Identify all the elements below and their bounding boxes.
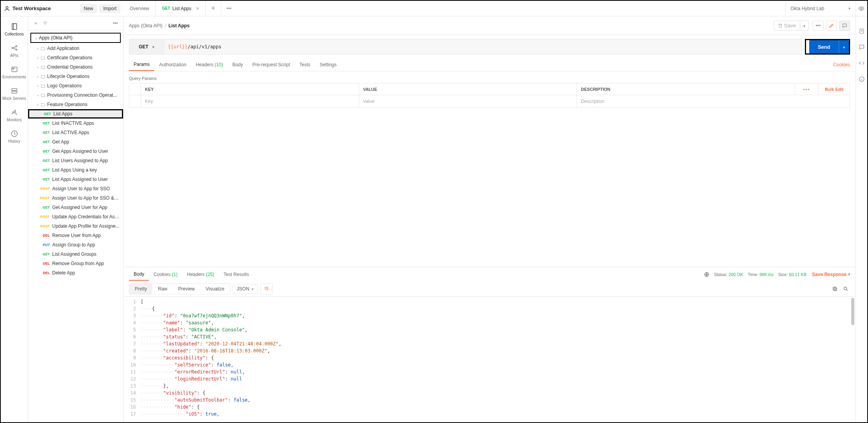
environment-selector[interactable]: Okta Hybrid Lab ▾	[785, 1, 856, 16]
rail-monitors[interactable]: Monitors	[1, 104, 28, 126]
tab-overview[interactable]: Overview	[123, 1, 156, 16]
folder-row[interactable]: ›Provisioning Connection Operat...	[28, 90, 123, 100]
code-icon[interactable]	[859, 60, 865, 67]
request-row[interactable]: DELDelete App	[28, 268, 123, 278]
json-line: 4········"name": "saasure",	[129, 319, 856, 326]
response-body-json[interactable]: 1[2····{3········"id": "0oa7wf7ejnQQ3nWN…	[123, 297, 856, 423]
response-tab-tests[interactable]: Test Results	[219, 269, 254, 280]
request-row[interactable]: DELRemove Group from App	[28, 259, 123, 268]
cookies-link[interactable]: Cookies	[833, 62, 850, 67]
request-row[interactable]: GETGet Assigned User for App	[28, 203, 123, 212]
request-row[interactable]: GETList Apps Assigned to User	[28, 175, 123, 184]
tab-add-button[interactable]: +	[206, 1, 221, 16]
request-row[interactable]: GETGet Apps Assigned to User	[28, 147, 123, 156]
sidebar-filter-icon[interactable]	[41, 19, 50, 28]
response-format-selector[interactable]: JSON▾	[233, 284, 258, 294]
scrollbar-thumb[interactable]	[851, 298, 854, 325]
rail-environments[interactable]: Environments	[1, 62, 28, 83]
rail-apis[interactable]: APIs	[1, 40, 28, 62]
folder-row[interactable]: ›Logo Operations	[28, 81, 123, 90]
view-preview[interactable]: Preview	[173, 284, 200, 294]
request-row[interactable]: GETList INACTIVE Apps	[28, 119, 123, 128]
wrap-lines-icon[interactable]	[260, 283, 273, 295]
request-tab-headers[interactable]: Headers (10)	[191, 59, 228, 71]
view-pretty[interactable]: Pretty	[129, 284, 152, 294]
request-tab-params[interactable]: Params	[129, 58, 154, 71]
copy-response-icon[interactable]	[831, 285, 839, 293]
rail-collections[interactable]: Collections	[1, 19, 28, 40]
main: Apps (Okta API) / List Apps Save ▾ ••• G…	[123, 16, 856, 422]
request-tab-tests[interactable]: Tests	[295, 59, 315, 71]
request-row[interactable]: GETGet App	[28, 137, 123, 147]
close-icon[interactable]: ×	[196, 5, 199, 11]
request-row[interactable]: PUTAssign Group to App	[28, 240, 123, 250]
request-row[interactable]: POSTAssign User to App for SSO & P...	[28, 193, 123, 203]
folder-label: Credential Operations	[47, 64, 93, 70]
request-tab-authorization[interactable]: Authorization	[154, 59, 191, 71]
edit-icon[interactable]	[826, 21, 837, 31]
documentation-icon[interactable]	[859, 28, 865, 35]
request-row[interactable]: GETList ACTIVE Apps	[28, 128, 123, 137]
folder-row[interactable]: ›Certificate Operations	[28, 53, 123, 62]
qp-new-row[interactable]: Key Value Description	[129, 95, 850, 108]
request-more-icon[interactable]: •••	[813, 21, 824, 31]
folder-row[interactable]: ›Lifecycle Operations	[28, 72, 123, 81]
response-tab-cookies[interactable]: Cookies (1)	[149, 269, 182, 280]
view-raw[interactable]: Raw	[152, 284, 173, 294]
sidebar-add-icon[interactable]: +	[31, 19, 41, 28]
request-label: List INACTIVE Apps	[52, 120, 94, 126]
qp-value-input[interactable]: Value	[359, 95, 577, 108]
view-visualize[interactable]: Visualize	[200, 284, 230, 294]
response-tab-headers[interactable]: Headers (25)	[182, 269, 219, 280]
request-row[interactable]: GETList Users Assigned to App	[28, 156, 123, 165]
chevron-right-icon: ›	[35, 84, 41, 88]
save-dropdown[interactable]: ▾	[800, 21, 809, 30]
request-tab-body[interactable]: Body	[228, 59, 247, 71]
sidebar-more-icon[interactable]: •••	[111, 19, 120, 28]
qp-key-input[interactable]: Key	[141, 95, 359, 108]
breadcrumb-parent[interactable]: Apps (Okta API)	[129, 23, 162, 28]
qp-description-input[interactable]: Description	[577, 95, 850, 108]
request-row[interactable]: DELRemove User from App	[28, 231, 123, 240]
workspace-title[interactable]: Test Workspace	[12, 5, 51, 11]
request-tab-settings[interactable]: Settings	[315, 59, 341, 71]
comment-icon[interactable]	[839, 21, 850, 31]
request-row[interactable]: POSTUpdate App Credentials for Ass...	[28, 212, 123, 221]
tab-active-request[interactable]: GET List Apps ×	[156, 1, 206, 16]
rail-mock-servers[interactable]: Mock Servers	[1, 83, 28, 104]
collection-root[interactable]: ⌄ Apps (Okta API)	[30, 33, 121, 43]
folder-row[interactable]: ›Credential Operations	[28, 62, 123, 72]
save-button[interactable]: Save	[774, 21, 800, 30]
send-dropdown[interactable]: ▾	[839, 40, 849, 53]
request-row[interactable]: GETList Apps Using a key	[28, 165, 123, 175]
request-label: Remove Group from App	[52, 261, 104, 266]
request-label: Assign User to App for SSO	[52, 186, 110, 191]
bulk-edit-link[interactable]: Bulk Edit	[819, 83, 850, 95]
request-method: GET	[40, 121, 50, 125]
save-response-button[interactable]: Save Response ▾	[812, 272, 850, 277]
comments-icon[interactable]	[859, 44, 865, 51]
import-button[interactable]: Import	[99, 4, 120, 13]
url-input[interactable]: {{url}}/api/v1/apps	[164, 39, 802, 55]
folder-row[interactable]: ›Add Application	[28, 44, 123, 53]
response-tab-body[interactable]: Body	[129, 268, 149, 281]
rail-history[interactable]: History	[1, 126, 28, 147]
environment-quicklook-icon[interactable]	[856, 1, 867, 16]
globe-icon[interactable]	[704, 272, 709, 277]
method-selector[interactable]: GET ▾	[129, 39, 164, 55]
chevron-right-icon: ›	[35, 93, 41, 97]
info-icon[interactable]	[859, 76, 865, 83]
request-row[interactable]: GETList Apps	[28, 109, 123, 119]
folder-row[interactable]: ›Feature Operations	[28, 100, 123, 109]
request-tab-prerequest[interactable]: Pre-request Script	[248, 59, 295, 71]
json-line: 5········"label": "Okta Admin Console",	[129, 326, 856, 333]
new-button[interactable]: New	[80, 4, 97, 13]
tab-more-button[interactable]: •••	[221, 1, 237, 16]
qp-columns-options[interactable]: •••	[795, 83, 819, 95]
request-row[interactable]: POSTUpdate App Profile for Assigne...	[28, 221, 123, 231]
request-row[interactable]: POSTAssign User to App for SSO	[28, 184, 123, 193]
search-response-icon[interactable]	[842, 285, 850, 293]
request-row[interactable]: GETList Assigned Groups	[28, 250, 123, 259]
send-button[interactable]: Send	[809, 40, 839, 53]
request-method: GET	[40, 149, 50, 153]
